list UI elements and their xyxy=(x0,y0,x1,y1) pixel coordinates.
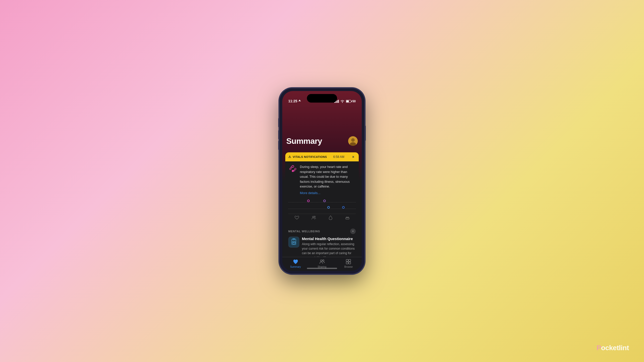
chart-icon-drops xyxy=(328,215,333,220)
avatar-icon xyxy=(348,136,358,146)
avatar-image xyxy=(348,136,358,146)
app-content: 11:25 xyxy=(282,91,362,271)
status-time-area: 11:25 xyxy=(288,99,301,103)
mental-header-label: MENTAL WELLBEING xyxy=(288,230,320,233)
wifi-icon xyxy=(340,100,344,103)
chart-icon-people xyxy=(311,215,316,220)
svg-point-27 xyxy=(320,260,322,262)
app-header: Summary xyxy=(285,121,359,150)
svg-rect-32 xyxy=(349,262,351,264)
watermark-p: P xyxy=(596,344,601,352)
svg-point-26 xyxy=(293,242,294,243)
scroll-content[interactable]: Summary xyxy=(282,91,362,257)
svg-point-15 xyxy=(291,167,292,168)
tab-sharing[interactable]: Sharing xyxy=(309,259,335,268)
content-inner: Summary xyxy=(282,121,362,257)
vitals-card: ⚠ VITALS NOTIFICATIONS 6:58 AM × xyxy=(285,152,359,223)
svg-point-16 xyxy=(294,170,295,171)
chart-icon-heart xyxy=(294,215,300,220)
sleep-icon xyxy=(345,216,350,220)
heart-icon xyxy=(295,216,299,220)
chart-dot-3 xyxy=(327,206,330,209)
watermark-rest: ocketlint xyxy=(601,344,629,352)
vitals-text: During sleep, your heart rate and respir… xyxy=(300,164,356,195)
svg-marker-0 xyxy=(298,100,301,102)
vitals-body: During sleep, your heart rate and respir… xyxy=(285,161,359,198)
vitals-close-button[interactable]: × xyxy=(351,154,356,159)
droplet-icon xyxy=(329,215,333,220)
chart-dot-4 xyxy=(342,206,345,209)
sharing-icon xyxy=(311,216,316,220)
vitals-dots-icon xyxy=(288,164,297,173)
chart-icon-sleep xyxy=(345,215,350,220)
avatar-button[interactable] xyxy=(348,136,358,146)
location-icon xyxy=(298,100,301,103)
mental-health-icon xyxy=(289,237,299,247)
more-details-link[interactable]: More details... xyxy=(300,191,320,195)
dots-svg xyxy=(288,164,297,173)
chart-dot-2 xyxy=(323,200,326,202)
mental-wellbeing-card: MENTAL WELLBEING × xyxy=(285,226,359,257)
summary-tab-label: Summary xyxy=(290,265,301,268)
phone-shell: 11:25 xyxy=(279,88,365,274)
battery-percent: 50 xyxy=(352,100,356,103)
svg-rect-4 xyxy=(338,100,339,103)
vitals-header-left: ⚠ VITALS NOTIFICATIONS xyxy=(288,155,327,159)
svg-point-13 xyxy=(290,168,291,170)
svg-rect-7 xyxy=(346,101,349,102)
dashed-line-2 xyxy=(288,209,356,209)
vitals-message: During sleep, your heart rate and respir… xyxy=(300,164,356,189)
watermark: Pocketlint xyxy=(596,344,629,352)
dynamic-island xyxy=(307,94,337,103)
svg-rect-30 xyxy=(349,259,351,261)
vitals-time: 6:58 AM xyxy=(333,155,344,159)
mental-title: Mental Health Questionnaire xyxy=(302,237,356,241)
vitals-chart xyxy=(285,198,359,223)
tab-browse[interactable]: Browse xyxy=(335,259,362,268)
svg-rect-21 xyxy=(348,217,349,218)
svg-point-12 xyxy=(292,170,294,172)
mental-body: Mental Health Questionnaire Along with r… xyxy=(285,236,359,257)
mental-header: MENTAL WELLBEING × xyxy=(285,226,359,236)
browse-tab-label: Browse xyxy=(344,265,353,268)
mental-text-area: Mental Health Questionnaire Along with r… xyxy=(302,237,356,257)
browse-tab-icon xyxy=(345,259,351,265)
svg-point-9 xyxy=(351,138,355,142)
vitals-icon-area xyxy=(288,164,297,173)
home-indicator xyxy=(307,268,337,269)
svg-point-28 xyxy=(323,260,324,261)
chart-row-1 xyxy=(288,199,356,205)
svg-rect-20 xyxy=(346,217,347,218)
svg-point-14 xyxy=(295,168,296,170)
svg-point-11 xyxy=(292,165,294,167)
svg-point-18 xyxy=(314,216,315,217)
phone-screen: 11:25 xyxy=(282,91,362,271)
svg-rect-31 xyxy=(346,262,348,264)
app-title: Summary xyxy=(286,137,322,146)
battery-icon xyxy=(346,100,352,103)
svg-point-17 xyxy=(312,216,314,218)
svg-rect-6 xyxy=(351,101,352,102)
mental-close-button[interactable]: × xyxy=(350,229,356,234)
warning-icon: ⚠ xyxy=(288,155,291,159)
tab-summary[interactable]: Summary xyxy=(282,259,309,268)
mental-description: Along with regular reflection, assessing… xyxy=(302,242,356,257)
svg-rect-3 xyxy=(337,100,338,103)
battery-indicator: 50 xyxy=(346,100,356,103)
chart-row-2 xyxy=(288,206,356,212)
status-time: 11:25 xyxy=(288,99,297,103)
dashed-line-1 xyxy=(288,202,356,202)
chart-dot-1 xyxy=(307,200,310,202)
chart-bottom-icons xyxy=(288,214,356,221)
sharing-tab-icon xyxy=(319,259,325,265)
summary-tab-icon xyxy=(293,259,299,265)
mental-icon-area xyxy=(288,237,299,248)
vitals-header: ⚠ VITALS NOTIFICATIONS 6:58 AM × xyxy=(285,152,359,161)
vitals-header-label: VITALS NOTIFICATIONS xyxy=(293,155,327,158)
status-icons: 50 xyxy=(334,100,356,103)
svg-rect-29 xyxy=(346,259,348,261)
